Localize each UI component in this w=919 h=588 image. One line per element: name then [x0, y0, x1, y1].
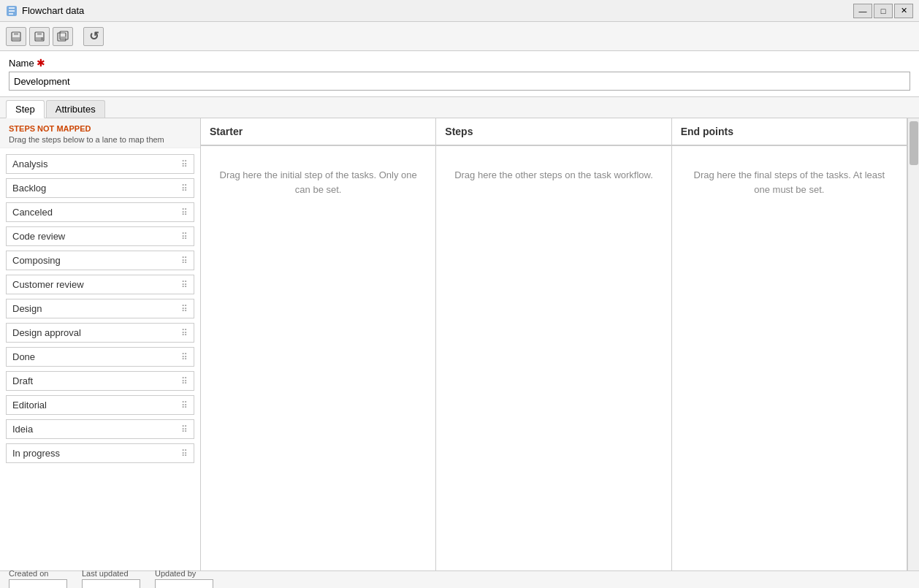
- list-item[interactable]: Code review ⠿: [6, 226, 194, 246]
- form-area: Name ✱: [0, 51, 919, 97]
- footer-created-on: Created on: [9, 569, 67, 588]
- save-icon-2: [34, 31, 45, 42]
- list-item[interactable]: Customer review ⠿: [6, 275, 194, 294]
- lane-endpoints: End points Drag here the final steps of …: [672, 118, 907, 570]
- save-button-3[interactable]: [53, 27, 73, 46]
- steps-not-mapped-header: STEPS NOT MAPPED Drag the steps below to…: [0, 118, 200, 148]
- svg-rect-5: [14, 32, 18, 35]
- footer-updated-by: Updated by: [155, 569, 213, 588]
- title-bar-controls: — □ ✕: [853, 4, 913, 18]
- svg-rect-14: [61, 37, 66, 39]
- step-label: Done: [12, 351, 35, 362]
- lane-header-starter: Starter: [201, 118, 435, 146]
- title-bar-left: Flowchart data: [6, 5, 84, 17]
- created-on-value[interactable]: [9, 579, 67, 588]
- name-input[interactable]: [9, 72, 910, 91]
- list-item[interactable]: Design ⠿: [6, 299, 194, 318]
- right-panel: Starter Drag here the initial step of th…: [201, 118, 919, 570]
- save-icon-1: [10, 31, 22, 42]
- step-label: Editorial: [12, 400, 47, 411]
- refresh-button[interactable]: ↺: [83, 27, 104, 46]
- right-scrollbar[interactable]: [907, 118, 919, 570]
- list-item[interactable]: In progress ⠿: [6, 443, 194, 463]
- footer-last-updated: Last updated: [82, 569, 140, 588]
- drag-handle-icon: ⠿: [181, 376, 188, 386]
- last-updated-label: Last updated: [82, 569, 140, 578]
- last-updated-value[interactable]: [82, 579, 140, 588]
- close-button[interactable]: ✕: [894, 4, 913, 18]
- list-item[interactable]: Analysis ⠿: [6, 154, 194, 174]
- tabs-bar: Step Attributes: [0, 97, 919, 118]
- svg-rect-13: [61, 31, 65, 34]
- footer: Created on Last updated Updated by: [0, 570, 919, 588]
- left-panel: STEPS NOT MAPPED Drag the steps below to…: [0, 118, 201, 570]
- drag-handle-icon: ⠿: [181, 352, 188, 362]
- lane-header-steps: Steps: [436, 118, 671, 146]
- step-label: Draft: [12, 375, 33, 386]
- drag-handle-icon: ⠿: [181, 304, 188, 314]
- steps-list: Analysis ⠿ Backlog ⠿ Canceled ⠿ Code rev…: [0, 148, 200, 570]
- drag-handle-icon: ⠿: [181, 207, 188, 218]
- lane-drop-hint-endpoints: Drag here the final steps of the tasks. …: [687, 168, 892, 196]
- updated-by-value[interactable]: [155, 579, 213, 588]
- main-content: STEPS NOT MAPPED Drag the steps below to…: [0, 118, 919, 570]
- steps-not-mapped-desc: Drag the steps below to a lane to map th…: [9, 134, 191, 145]
- minimize-button[interactable]: —: [853, 4, 872, 18]
- step-label: Ideia: [12, 424, 33, 435]
- list-item[interactable]: Backlog ⠿: [6, 178, 194, 198]
- drag-handle-icon: ⠿: [181, 280, 188, 290]
- flowchart-icon: [6, 5, 18, 17]
- tab-attributes[interactable]: Attributes: [46, 100, 105, 118]
- lane-drop-hint-starter: Drag here the initial step of the tasks.…: [216, 168, 421, 196]
- created-on-label: Created on: [9, 569, 67, 578]
- step-label: Design approval: [12, 327, 81, 338]
- step-label: Composing: [12, 255, 61, 266]
- list-item[interactable]: Ideia ⠿: [6, 419, 194, 439]
- lane-drop-hint-steps: Drag here the other steps on the task wo…: [454, 168, 653, 183]
- name-text: Name: [9, 58, 34, 69]
- drag-handle-icon: ⠿: [181, 448, 188, 459]
- svg-rect-6: [12, 37, 20, 40]
- tab-step[interactable]: Step: [6, 100, 45, 118]
- list-item[interactable]: Editorial ⠿: [6, 395, 194, 415]
- lane-drop-area-steps[interactable]: Drag here the other steps on the task wo…: [436, 146, 671, 570]
- list-item[interactable]: Draft ⠿: [6, 371, 194, 391]
- step-label: Code review: [12, 231, 65, 242]
- drag-handle-icon: ⠿: [181, 424, 188, 435]
- lane-steps: Steps Drag here the other steps on the t…: [436, 118, 671, 570]
- step-label: Customer review: [12, 279, 84, 290]
- drag-handle-icon: ⠿: [181, 232, 188, 242]
- title-bar: Flowchart data — □ ✕: [0, 0, 919, 22]
- step-label: In progress: [12, 448, 60, 459]
- drag-handle-icon: ⠿: [181, 328, 188, 338]
- save-button-2[interactable]: [29, 27, 50, 46]
- step-label: Analysis: [12, 159, 47, 169]
- window-title: Flowchart data: [22, 5, 84, 16]
- svg-rect-10: [41, 37, 44, 40]
- steps-not-mapped-title: STEPS NOT MAPPED: [9, 124, 191, 133]
- save-icon-3: [57, 31, 69, 42]
- list-item[interactable]: Design approval ⠿: [6, 323, 194, 343]
- name-label: Name ✱: [9, 57, 910, 69]
- lane-header-endpoints: End points: [672, 118, 907, 146]
- drag-handle-icon: ⠿: [181, 159, 188, 169]
- step-label: Canceled: [12, 207, 53, 218]
- lane-starter: Starter Drag here the initial step of th…: [201, 118, 436, 570]
- maximize-button[interactable]: □: [874, 4, 893, 18]
- list-item[interactable]: Composing ⠿: [6, 251, 194, 270]
- drag-handle-icon: ⠿: [181, 400, 188, 411]
- lane-drop-area-endpoints[interactable]: Drag here the final steps of the tasks. …: [672, 146, 907, 570]
- save-button-1[interactable]: [6, 27, 26, 46]
- step-label: Backlog: [12, 183, 46, 194]
- required-star: ✱: [37, 57, 45, 69]
- drag-handle-icon: ⠿: [181, 256, 188, 266]
- scrollbar-thumb: [910, 121, 918, 165]
- lane-drop-area-starter[interactable]: Drag here the initial step of the tasks.…: [201, 146, 435, 570]
- drag-handle-icon: ⠿: [181, 183, 188, 194]
- svg-rect-8: [37, 32, 42, 35]
- step-label: Design: [12, 303, 42, 314]
- list-item[interactable]: Done ⠿: [6, 347, 194, 367]
- list-item[interactable]: Canceled ⠿: [6, 202, 194, 222]
- toolbar: ↺: [0, 22, 919, 51]
